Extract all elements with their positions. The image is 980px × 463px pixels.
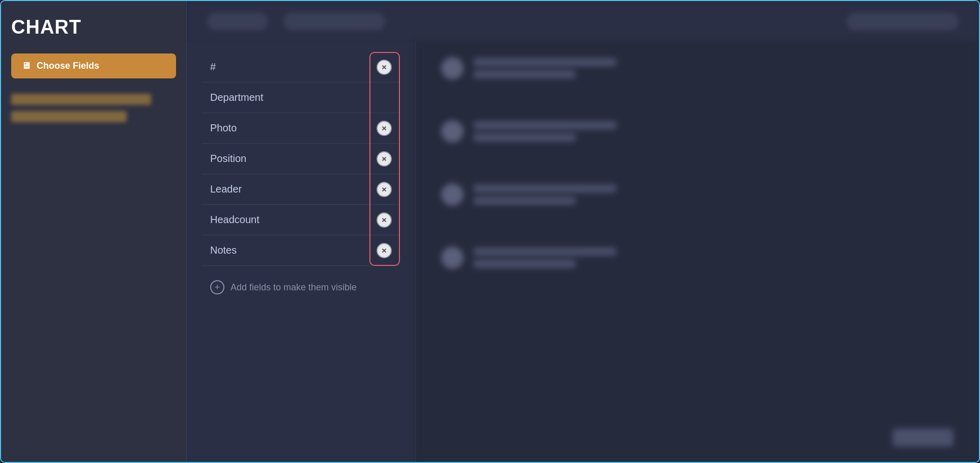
remove-btn-group-headcount <box>377 205 392 235</box>
field-row-leader: Leader <box>202 174 400 205</box>
remove-notes-button[interactable] <box>377 243 392 258</box>
blurred-row-1 <box>441 57 954 79</box>
blurred-avatar-1 <box>441 57 464 79</box>
add-fields-label: Add fields to make them visible <box>230 282 357 293</box>
field-row-notes: Notes <box>202 235 400 266</box>
blurred-avatar-2 <box>441 120 464 143</box>
content-area: # Department Photo <box>187 42 979 462</box>
sidebar: CHART 🖥 Choose Fields <box>1 1 187 462</box>
sidebar-nav-items <box>11 94 176 122</box>
field-row-position: Position <box>202 144 400 174</box>
sidebar-nav-item-2 <box>11 111 127 122</box>
remove-btn-group-position <box>377 144 392 174</box>
topbar-pill-3 <box>847 13 959 30</box>
field-row-photo: Photo <box>202 113 400 144</box>
topbar-pill-2 <box>283 13 385 30</box>
choose-fields-label: Choose Fields <box>37 61 99 71</box>
blurred-line-1a <box>474 58 616 66</box>
blurred-text-1 <box>474 58 616 78</box>
blurred-line-2a <box>474 121 616 129</box>
blurred-line-2b <box>474 133 575 142</box>
top-bar <box>187 1 979 42</box>
blurred-line-4b <box>474 260 575 268</box>
blurred-row-4 <box>441 247 954 269</box>
field-label-number: # <box>210 61 216 73</box>
fields-panel: # Department Photo <box>187 42 416 462</box>
fields-list: # Department Photo <box>202 52 400 266</box>
remove-headcount-button[interactable] <box>377 212 392 228</box>
topbar-pill-1 <box>207 13 268 30</box>
field-label-leader: Leader <box>210 183 242 195</box>
remove-btn-group-leader <box>377 174 392 204</box>
field-label-notes: Notes <box>210 244 237 256</box>
blurred-row-3 <box>441 183 954 206</box>
blurred-line-3b <box>474 197 575 205</box>
blurred-text-2 <box>474 121 616 142</box>
field-label-department: Department <box>210 92 264 103</box>
blurred-line-1b <box>474 70 575 78</box>
remove-btn-group-notes <box>377 235 392 265</box>
right-blurred-area <box>416 42 979 462</box>
remove-photo-button[interactable] <box>377 121 392 136</box>
choose-fields-button[interactable]: 🖥 Choose Fields <box>11 53 176 78</box>
app-title: CHART <box>11 16 176 38</box>
field-row-number: # <box>202 52 400 83</box>
add-fields-row[interactable]: + Add fields to make them visible <box>202 266 400 299</box>
monitor-icon: 🖥 <box>21 61 31 71</box>
remove-btn-group-number <box>377 52 392 82</box>
remove-leader-button[interactable] <box>377 182 392 197</box>
field-label-position: Position <box>210 153 246 165</box>
blurred-line-4a <box>474 248 616 256</box>
blurred-line-3a <box>474 184 616 193</box>
blurred-action-button <box>892 428 954 447</box>
field-row-department: Department <box>202 83 400 113</box>
blurred-avatar-3 <box>441 183 464 206</box>
add-icon: + <box>210 280 224 294</box>
main-area: # Department Photo <box>187 1 979 462</box>
remove-btn-group-department <box>377 83 392 113</box>
sidebar-nav-item-1 <box>11 94 151 105</box>
blurred-text-3 <box>474 184 616 205</box>
no-button-department <box>377 90 392 105</box>
remove-position-button[interactable] <box>377 151 392 167</box>
remove-number-button[interactable] <box>377 60 392 75</box>
blurred-avatar-4 <box>441 247 464 269</box>
field-label-photo: Photo <box>210 122 237 134</box>
field-label-headcount: Headcount <box>210 214 260 226</box>
blurred-row-2 <box>441 120 954 143</box>
field-row-headcount: Headcount <box>202 205 400 235</box>
remove-btn-group-photo <box>377 113 392 143</box>
blurred-text-4 <box>474 248 616 268</box>
